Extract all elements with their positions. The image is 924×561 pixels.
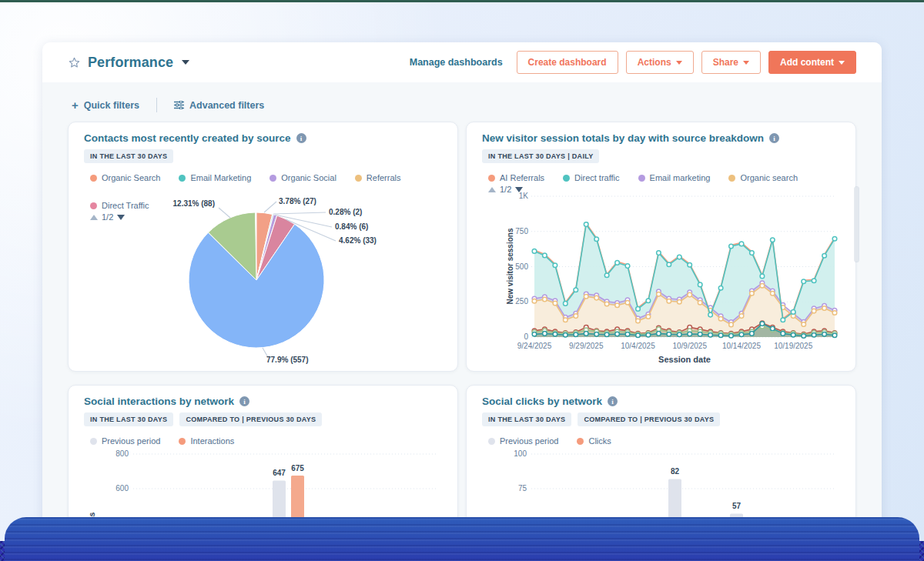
data-point[interactable] (822, 332, 827, 337)
data-point[interactable] (584, 332, 588, 336)
data-point[interactable] (604, 332, 609, 337)
card-title[interactable]: Social interactions by network (84, 396, 234, 407)
add-content-button[interactable]: Add content (768, 51, 856, 74)
data-point[interactable] (812, 333, 816, 338)
data-point[interactable] (646, 299, 651, 303)
data-point[interactable] (688, 263, 692, 268)
title-dropdown-caret[interactable] (182, 60, 189, 65)
data-point[interactable] (698, 332, 702, 337)
data-point[interactable] (708, 333, 713, 338)
data-point[interactable] (678, 300, 682, 305)
data-point[interactable] (781, 332, 785, 336)
data-point[interactable] (594, 296, 599, 300)
data-point[interactable] (678, 255, 682, 259)
legend-item[interactable]: Clicks (577, 436, 611, 446)
data-point[interactable] (615, 261, 620, 265)
area-chart-svg[interactable]: 02505007501K9/24/20259/29/202510/4/20251… (482, 187, 842, 368)
share-button[interactable]: Share (701, 51, 761, 74)
data-point[interactable] (771, 238, 775, 242)
legend-item[interactable]: Email marketing (638, 173, 711, 182)
data-point[interactable] (802, 334, 806, 339)
data-point[interactable] (604, 273, 609, 278)
data-point[interactable] (667, 262, 671, 267)
data-point[interactable] (718, 316, 723, 321)
data-point[interactable] (543, 253, 547, 258)
data-point[interactable] (646, 315, 651, 319)
data-point[interactable] (781, 318, 785, 322)
vertical-scrollbar-thumb[interactable] (855, 187, 859, 262)
data-point[interactable] (657, 332, 661, 336)
data-point[interactable] (812, 309, 816, 313)
data-point[interactable] (718, 333, 723, 338)
advanced-filters-button[interactable]: Advanced filters (174, 100, 264, 111)
actions-button[interactable]: Actions (626, 51, 694, 74)
quick-filters-button[interactable]: + Quick filters (72, 99, 139, 111)
manage-dashboards-link[interactable]: Manage dashboards (410, 57, 503, 68)
data-point[interactable] (832, 333, 837, 338)
data-point[interactable] (771, 292, 775, 296)
info-icon[interactable]: i (769, 133, 779, 143)
data-point[interactable] (564, 302, 568, 306)
data-point[interactable] (812, 279, 816, 283)
data-point[interactable] (760, 283, 765, 288)
data-point[interactable] (604, 302, 609, 306)
data-point[interactable] (832, 237, 837, 242)
data-point[interactable] (667, 299, 671, 304)
legend-item[interactable]: Direct traffic (563, 173, 619, 182)
data-point[interactable] (771, 326, 775, 331)
data-point[interactable] (636, 307, 641, 312)
data-point[interactable] (553, 301, 557, 306)
data-point[interactable] (657, 251, 661, 255)
data-point[interactable] (739, 332, 744, 337)
info-icon[interactable]: i (608, 396, 618, 406)
page-title[interactable]: Performance (88, 55, 173, 71)
data-point[interactable] (636, 319, 641, 323)
data-point[interactable] (625, 264, 630, 269)
legend-item[interactable]: AI Referrals (488, 173, 544, 182)
data-point[interactable] (698, 300, 702, 305)
data-point[interactable] (543, 332, 547, 336)
data-point[interactable] (739, 242, 744, 246)
data-point[interactable] (636, 333, 641, 338)
data-point[interactable] (594, 332, 599, 337)
data-point[interactable] (553, 263, 557, 268)
legend-item[interactable]: Interactions (179, 436, 234, 446)
legend-item[interactable]: Organic search (728, 173, 798, 182)
favorite-star-icon[interactable] (68, 56, 81, 69)
data-point[interactable] (532, 332, 537, 337)
legend-item[interactable]: Referrals (355, 173, 401, 182)
data-point[interactable] (760, 322, 765, 326)
data-point[interactable] (574, 332, 578, 337)
data-point[interactable] (802, 279, 806, 284)
data-point[interactable] (688, 332, 692, 336)
data-point[interactable] (594, 237, 599, 242)
card-title[interactable]: Social clicks by network (482, 396, 602, 407)
data-point[interactable] (678, 332, 682, 337)
data-point[interactable] (718, 286, 723, 291)
data-point[interactable] (543, 297, 547, 302)
legend-item[interactable]: Email Marketing (179, 173, 251, 182)
data-point[interactable] (822, 306, 827, 311)
data-point[interactable] (729, 322, 734, 327)
data-point[interactable] (739, 314, 744, 319)
data-point[interactable] (553, 332, 557, 337)
data-point[interactable] (698, 282, 702, 287)
legend-item[interactable]: Previous period (488, 436, 558, 446)
data-point[interactable] (760, 274, 765, 279)
data-point[interactable] (729, 244, 734, 249)
data-point[interactable] (791, 310, 795, 315)
data-point[interactable] (822, 253, 827, 258)
data-point[interactable] (802, 322, 806, 327)
data-point[interactable] (667, 332, 671, 337)
data-point[interactable] (832, 311, 837, 316)
data-point[interactable] (564, 333, 568, 338)
info-icon[interactable]: i (296, 133, 306, 143)
data-point[interactable] (574, 314, 578, 319)
info-icon[interactable]: i (239, 396, 249, 406)
data-point[interactable] (625, 332, 630, 337)
data-point[interactable] (750, 332, 755, 336)
data-point[interactable] (574, 288, 578, 292)
data-point[interactable] (791, 333, 795, 338)
card-title[interactable]: Contacts most recently created by source (84, 132, 291, 144)
data-point[interactable] (584, 295, 588, 299)
